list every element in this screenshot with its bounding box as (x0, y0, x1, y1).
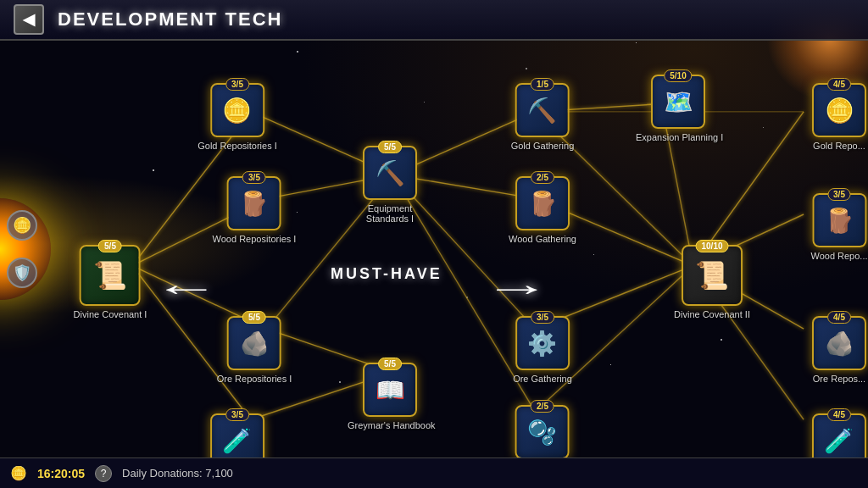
node-label: Gold Repo... (813, 141, 865, 151)
node-label: Expansion Planning I (636, 132, 721, 142)
node-badge: 3/5 (225, 78, 249, 91)
footer-time: 16:20:05 (37, 467, 85, 480)
node-badge: 4/5 (827, 408, 851, 421)
node-label: Gold Repositories I (198, 141, 277, 151)
node-badge: 4/5 (827, 311, 851, 324)
node-badge: 3/5 (531, 311, 554, 324)
back-button[interactable]: ◀ (14, 4, 44, 35)
node-badge: 5/5 (98, 240, 122, 252)
footer-help-button[interactable]: ? (95, 465, 112, 482)
node-label: EquipmentStandards I (366, 203, 414, 224)
node-label: Wood Repo... (810, 251, 867, 261)
sidebar-left: 🪙 🛡️ (7, 41, 41, 458)
node-label: Greymar's Handbook (348, 420, 432, 430)
node-label: Divine Covenant II (674, 309, 750, 319)
node-mana-gathering[interactable]: 2/5 🫧 Mana Gathering (509, 405, 576, 458)
node-badge: 5/10 (664, 69, 692, 82)
node-equipment-std-1[interactable]: 5/5 ⛏️ EquipmentStandards I (363, 146, 417, 224)
header: ◀ DEVELOPMENT TECH (0, 0, 868, 41)
sidebar-icon-coin[interactable]: 🪙 (7, 210, 37, 241)
node-ore-repo-2[interactable]: 4/5 🪨 Ore Repos... (812, 316, 866, 384)
node-badge: 3/5 (827, 188, 851, 201)
node-badge: 3/5 (242, 171, 266, 184)
node-ore-repo-1[interactable]: 5/5 🪨 Ore Repositories I (217, 316, 292, 384)
node-label: Ore Repos... (813, 374, 865, 384)
page-title: DEVELOPMENT TECH (58, 8, 282, 30)
node-wood-gathering[interactable]: 2/5 🪵 Wood Gathering (509, 176, 576, 244)
node-mana-repo-2[interactable]: 4/5 🧪 Mana Repo... (811, 413, 867, 458)
arrow-left: ← (153, 269, 220, 308)
node-label: Ore Repositories I (217, 374, 292, 384)
node-divine-covenant-2[interactable]: 10/10 📜 Divine Covenant II (674, 245, 750, 319)
node-badge: 2/5 (531, 400, 554, 413)
footer-coin-icon: 🪙 (10, 465, 27, 481)
node-label: Divine Covenant I (74, 309, 147, 319)
node-label: Ore Gathering (513, 374, 572, 384)
sidebar-icon-shield[interactable]: 🛡️ (7, 258, 37, 288)
node-divine-covenant-1[interactable]: 5/5 📜 Divine Covenant I (74, 245, 147, 319)
node-badge: 3/5 (225, 408, 249, 421)
node-label: Wood Repositories I (213, 234, 297, 244)
node-label: Wood Gathering (509, 234, 576, 244)
node-gold-repo-1[interactable]: 3/5 🪙 Gold Repositories I (198, 83, 277, 151)
node-badge: 10/10 (695, 240, 728, 252)
node-badge: 5/5 (242, 311, 266, 324)
must-have-label: MUST-HAVE (331, 265, 442, 283)
node-wood-repo-2[interactable]: 3/5 🪵 Wood Repo... (810, 193, 867, 261)
node-badge: 5/5 (378, 141, 402, 153)
node-expansion-planning-1[interactable]: 5/10 🗺️ Expansion Planning I (636, 75, 721, 142)
node-badge: 5/5 (378, 358, 402, 370)
footer-donations: Daily Donations: 7,100 (122, 467, 233, 480)
node-badge: 2/5 (531, 171, 554, 184)
node-badge: 4/5 (827, 78, 851, 91)
node-badge: 1/5 (531, 78, 554, 91)
footer: 🪙 16:20:05 ? Daily Donations: 7,100 (0, 458, 868, 488)
node-gold-repo-2[interactable]: 4/5 🪙 Gold Repo... (812, 83, 866, 151)
arrow-right: → (483, 269, 551, 308)
node-label: Gold Gathering (511, 141, 575, 151)
node-ore-gathering[interactable]: 3/5 ⚙️ Ore Gathering (513, 316, 572, 384)
node-wood-repo-1[interactable]: 3/5 🪵 Wood Repositories I (213, 176, 297, 244)
node-mana-repo-1[interactable]: 3/5 🧪 Mana Repositories I (196, 413, 279, 458)
node-greymars-handbook[interactable]: 5/5 📖 Greymar's Handbook (348, 363, 432, 430)
node-gold-gathering[interactable]: 1/5 ⛏️ Gold Gathering (511, 83, 575, 151)
main-area: MUST-HAVE ← → 3/5 🪙 Gold Repositories I … (0, 41, 868, 458)
